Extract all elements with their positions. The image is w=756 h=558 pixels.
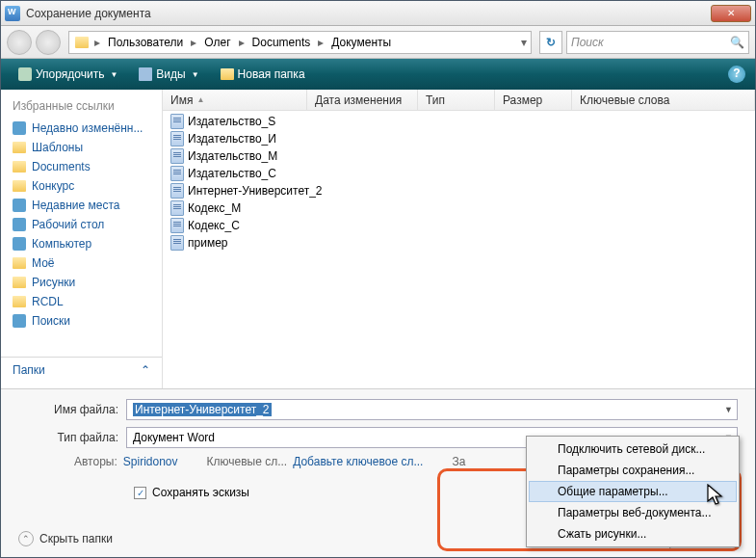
save-dialog: Сохранение документа ✕ ▸ Пользователи ▸ … [0, 0, 756, 558]
organize-button[interactable]: Упорядочить▼ [11, 65, 125, 84]
filename-value: Интернет-Университет_2 [133, 403, 272, 416]
sidebar-item-label: Documents [32, 160, 91, 173]
chevron-down-icon[interactable]: ▾ [519, 36, 529, 49]
close-button[interactable]: ✕ [711, 5, 751, 22]
authors-value[interactable]: Spiridonov [123, 455, 178, 468]
document-icon [170, 166, 184, 181]
file-name: Издательство_С [188, 167, 276, 180]
forward-button[interactable] [36, 30, 61, 55]
sidebar-item[interactable]: Компьютер [1, 234, 162, 253]
file-name: Кодекс_М [188, 201, 241, 215]
file-name: Издательство_И [188, 132, 276, 146]
file-row[interactable]: Издательство_S [163, 113, 755, 130]
chevron-down-icon: ▼ [110, 70, 117, 79]
chevron-up-icon: ⌃ [141, 363, 150, 377]
menu-map-drive[interactable]: Подключить сетевой диск... [529, 438, 737, 460]
title-bar: Сохранение документа ✕ [1, 1, 755, 26]
column-header-name[interactable]: Имя ▲ [163, 90, 307, 110]
place-icon [13, 218, 26, 231]
authors-label: Авторы: [74, 455, 117, 468]
sidebar-item[interactable]: RCDL [1, 292, 162, 311]
breadcrumb-segment[interactable]: Олег [198, 32, 236, 53]
title-label: За [452, 455, 465, 468]
folder-icon [13, 142, 26, 153]
hide-folders-button[interactable]: ⌃ Скрыть папки [18, 531, 113, 546]
chevron-down-icon: ▼ [192, 70, 199, 79]
column-header-date[interactable]: Дата изменения [307, 90, 418, 110]
document-icon [170, 148, 184, 164]
menu-save-options[interactable]: Параметры сохранения... [529, 460, 737, 481]
folder-icon [13, 180, 26, 192]
sidebar-item[interactable]: Documents [1, 157, 162, 176]
sidebar-item[interactable]: Конкурс [1, 176, 162, 196]
sidebar-item[interactable]: Поиски [1, 311, 162, 331]
sidebar-item[interactable]: Недавние места [1, 196, 162, 215]
keywords-label: Ключевые сл... [207, 455, 288, 468]
sidebar-item-label: Конкурс [32, 179, 74, 193]
tools-context-menu: Подключить сетевой диск... Параметры сох… [526, 436, 740, 547]
sidebar-item-label: RCDL [32, 295, 64, 308]
chevron-down-icon[interactable]: ▼ [724, 405, 733, 414]
sidebar-header: Избранные ссылки [1, 95, 162, 119]
menu-general-options[interactable]: Общие параметры... [529, 481, 737, 502]
place-icon [13, 199, 26, 212]
chevron-up-icon: ⌃ [18, 531, 34, 546]
column-header-keywords[interactable]: Ключевые слова [572, 90, 755, 110]
sidebar-item-label: Рисунки [32, 276, 75, 289]
content-area: Избранные ссылки Недавно изменённ...Шабл… [1, 90, 755, 388]
sidebar-item-label: Моё [32, 256, 54, 270]
sidebar-item-label: Рабочий стол [32, 218, 104, 231]
file-name: Кодекс_С [188, 219, 240, 232]
organize-icon [18, 67, 32, 81]
sidebar-item[interactable]: Моё [1, 253, 162, 273]
sidebar-item[interactable]: Рисунки [1, 273, 162, 292]
back-button[interactable] [7, 30, 32, 55]
sidebar: Избранные ссылки Недавно изменённ...Шабл… [1, 90, 163, 388]
views-button[interactable]: Виды▼ [131, 65, 206, 84]
folder-icon [13, 257, 26, 269]
search-input[interactable]: Поиск 🔍 [566, 31, 749, 54]
window-title: Сохранение документа [26, 7, 711, 20]
refresh-button[interactable]: ↻ [539, 31, 562, 54]
breadcrumb-segment[interactable]: Documents [247, 32, 317, 53]
file-row[interactable]: пример [163, 234, 755, 252]
breadcrumb-segment[interactable]: Пользователи [102, 32, 189, 53]
breadcrumb-segment[interactable]: Документы [326, 32, 397, 53]
file-row[interactable]: Издательство_И [163, 130, 755, 147]
column-header-type[interactable]: Тип [418, 90, 495, 110]
sidebar-item[interactable]: Рабочий стол [1, 215, 162, 234]
chevron-right-icon: ▸ [237, 36, 247, 49]
app-icon [5, 6, 20, 21]
menu-compress-pictures[interactable]: Сжать рисунки... [529, 523, 737, 545]
folder-icon [75, 37, 89, 48]
document-icon [170, 235, 184, 251]
file-row[interactable]: Кодекс_М [163, 199, 755, 217]
document-icon [170, 183, 184, 199]
file-grid: Имя ▲ Дата изменения Тип Размер Ключевые… [163, 90, 755, 388]
sidebar-item-label: Недавние места [32, 199, 119, 212]
folders-toggle[interactable]: Папки ⌃ [1, 357, 162, 383]
file-row[interactable]: Издательство_М [163, 147, 755, 165]
folder-icon [13, 296, 26, 307]
search-icon: 🔍 [730, 36, 744, 49]
help-button[interactable]: ? [728, 66, 745, 83]
filename-input[interactable]: Интернет-Университет_2 ▼ [126, 399, 738, 420]
folder-icon [221, 68, 234, 80]
file-row[interactable]: Кодекс_С [163, 217, 755, 234]
chevron-right-icon: ▸ [92, 36, 102, 49]
toolbar: Упорядочить▼ Виды▼ Новая папка ? [1, 59, 755, 90]
sidebar-item[interactable]: Шаблоны [1, 138, 162, 157]
new-folder-button[interactable]: Новая папка [213, 65, 313, 84]
keywords-value[interactable]: Добавьте ключевое сл... [293, 455, 423, 468]
column-headers: Имя ▲ Дата изменения Тип Размер Ключевые… [163, 90, 755, 111]
sidebar-item-label: Поиски [32, 314, 70, 328]
breadcrumb[interactable]: ▸ Пользователи ▸ Олег ▸ Documents ▸ Доку… [68, 31, 532, 54]
file-row[interactable]: Издательство_С [163, 165, 755, 182]
save-thumbnail-checkbox[interactable]: ✓ [134, 487, 146, 499]
column-header-size[interactable]: Размер [495, 90, 572, 110]
menu-web-options[interactable]: Параметры веб-документа... [529, 502, 737, 523]
file-row[interactable]: Интернет-Университет_2 [163, 182, 755, 199]
sidebar-item[interactable]: Недавно изменённ... [1, 119, 162, 138]
filetype-label: Тип файла: [18, 431, 126, 444]
search-placeholder: Поиск [571, 36, 604, 49]
